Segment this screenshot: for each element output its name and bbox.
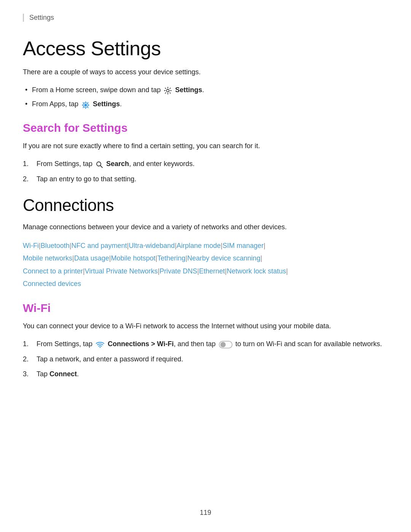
wifi-intro: You can connect your device to a Wi-Fi n… <box>23 321 388 332</box>
gear-icon-dark <box>164 85 172 96</box>
list-item: 1. From Settings, tap Connections > Wi-F… <box>23 339 388 350</box>
search-settings-title: Search for Settings <box>23 121 388 134</box>
wifi-steps: 1. From Settings, tap Connections > Wi-F… <box>23 339 388 379</box>
connections-bold: Connections > Wi-Fi <box>108 340 174 348</box>
link-airplane[interactable]: Airplane mode <box>177 242 221 249</box>
access-settings-section: Access Settings There are a couple of wa… <box>23 37 388 110</box>
link-network-lock[interactable]: Network lock status <box>227 267 286 275</box>
page-number: 119 <box>200 509 211 517</box>
link-bluetooth[interactable]: Bluetooth <box>41 242 70 249</box>
settings-bold-2: Settings <box>93 100 120 108</box>
svg-point-0 <box>167 89 169 92</box>
link-wifi[interactable]: Wi-Fi <box>23 242 39 249</box>
link-nfc[interactable]: NFC and payment <box>71 242 127 249</box>
link-mobile-hotspot[interactable]: Mobile hotspot <box>111 254 156 262</box>
link-sim[interactable]: SIM manager <box>223 242 264 249</box>
list-item: 1. From Settings, tap Search, and enter … <box>23 158 388 170</box>
svg-point-3 <box>97 162 101 166</box>
svg-point-1 <box>84 104 87 106</box>
svg-point-7 <box>220 342 226 347</box>
breadcrumb: Settings <box>23 14 388 22</box>
connections-links: Wi-Fi|Bluetooth|NFC and payment|Ultra-wi… <box>23 240 388 290</box>
search-settings-section: Search for Settings If you are not sure … <box>23 121 388 184</box>
list-item: 2. Tap an entry to go to that setting. <box>23 174 388 185</box>
wifi-section: Wi-Fi You can connect your device to a W… <box>23 302 388 379</box>
list-item: From Apps, tap Settings. <box>23 99 388 110</box>
search-bold: Search <box>106 160 129 168</box>
wifi-icon <box>96 339 105 350</box>
link-connected-devices[interactable]: Connected devices <box>23 280 81 288</box>
link-tethering[interactable]: Tethering <box>157 254 185 262</box>
link-ultra-wideband[interactable]: Ultra-wideband <box>129 242 175 249</box>
link-ethernet[interactable]: Ethernet <box>199 267 225 275</box>
connections-section: Connections Manage connections between y… <box>23 196 388 290</box>
gear-icon-blue <box>81 99 90 110</box>
connect-bold: Connect <box>49 370 77 378</box>
link-printer[interactable]: Connect to a printer <box>23 267 83 275</box>
search-settings-intro: If you are not sure exactly where to fin… <box>23 141 388 152</box>
wifi-title: Wi-Fi <box>23 302 388 315</box>
link-nearby[interactable]: Nearby device scanning <box>187 254 260 262</box>
link-vpn[interactable]: Virtual Private Networks <box>85 267 158 275</box>
list-item: 2. Tap a network, and enter a password i… <box>23 354 388 365</box>
settings-bold-1: Settings <box>175 86 202 94</box>
access-settings-list: From a Home screen, swipe down and tap S… <box>23 85 388 110</box>
list-item: 3. Tap Connect. <box>23 369 388 380</box>
connections-intro: Manage connections between your device a… <box>23 222 388 233</box>
search-icon <box>96 159 103 170</box>
list-item: From a Home screen, swipe down and tap S… <box>23 85 388 96</box>
connections-title: Connections <box>23 196 388 215</box>
toggle-icon <box>219 339 233 350</box>
search-settings-steps: 1. From Settings, tap Search, and enter … <box>23 158 388 184</box>
svg-line-4 <box>100 166 102 168</box>
link-data-usage[interactable]: Data usage <box>74 254 109 262</box>
access-settings-intro: There are a couple of ways to access you… <box>23 67 388 78</box>
svg-point-5 <box>100 347 101 348</box>
link-private-dns[interactable]: Private DNS <box>159 267 197 275</box>
access-settings-title: Access Settings <box>23 37 388 60</box>
page: Settings Access Settings There are a cou… <box>0 0 411 532</box>
link-mobile-networks[interactable]: Mobile networks <box>23 254 72 262</box>
